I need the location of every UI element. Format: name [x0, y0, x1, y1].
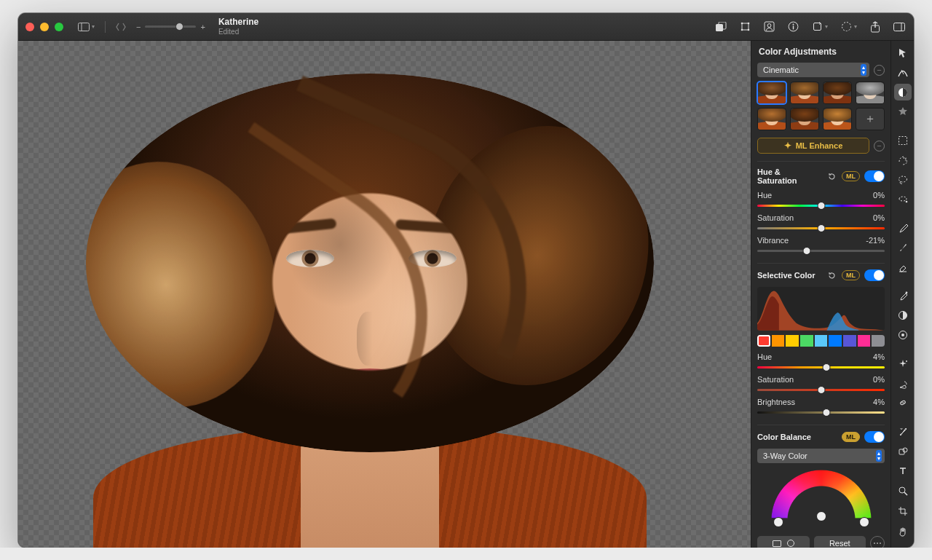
slider-vibrance[interactable] [757, 247, 885, 254]
svg-line-35 [904, 492, 907, 495]
fullscreen-window[interactable] [55, 23, 63, 31]
preset-thumb[interactable] [757, 82, 786, 104]
minimize-window[interactable] [40, 23, 49, 31]
swatch-cyan[interactable] [815, 335, 828, 347]
ml-enhance-button[interactable]: ✦ ML Enhance [757, 138, 869, 154]
document-subtitle: Edited [218, 28, 258, 36]
swatch-purple[interactable] [843, 335, 856, 347]
section-toggle[interactable] [864, 170, 885, 182]
section-toggle[interactable] [864, 269, 885, 281]
range-mid-icon [787, 540, 794, 547]
transform-refine-icon[interactable] [738, 20, 752, 33]
ml-badge[interactable]: ML [842, 432, 860, 442]
tool-shapes[interactable] [894, 443, 912, 460]
tool-blur[interactable] [894, 327, 912, 344]
tool-favorites[interactable] [894, 103, 912, 120]
tool-marquee[interactable] [894, 133, 912, 149]
revert-icon[interactable] [826, 269, 837, 281]
tool-text[interactable] [894, 462, 912, 479]
tool-magnetic[interactable] [894, 191, 912, 208]
section-selective-color: Selective Color ML [757, 263, 885, 425]
tool-clone[interactable] [894, 424, 912, 441]
param-hue: Hue0% [757, 191, 885, 209]
tool-brush[interactable] [894, 240, 912, 256]
more-options-button[interactable]: ⋯ [870, 536, 885, 548]
tool-fill[interactable] [894, 375, 912, 392]
tool-pen[interactable] [894, 220, 912, 237]
share-icon[interactable] [869, 20, 882, 34]
tool-sparkle[interactable] [894, 356, 912, 373]
portrait-icon[interactable] [762, 20, 776, 33]
preset-thumb[interactable] [790, 108, 819, 130]
zoom-slider[interactable] [145, 25, 196, 28]
wheel-handle-highlights[interactable] [859, 517, 869, 527]
swatch-red[interactable] [757, 335, 770, 347]
section-toggle[interactable] [864, 431, 885, 443]
ml-enhance-remove[interactable]: − [874, 141, 885, 151]
preset-thumb[interactable] [856, 82, 885, 104]
range-full-icon [773, 540, 781, 547]
tool-crop[interactable] [894, 502, 912, 520]
preset-thumb[interactable] [790, 82, 819, 104]
remove-preset-button[interactable]: − [874, 65, 885, 76]
slider-sel-sat[interactable] [757, 386, 885, 393]
swatch-blue[interactable] [829, 335, 842, 347]
slider-sel-hue[interactable] [757, 363, 885, 371]
layers-icon[interactable] [714, 20, 728, 33]
param-value: 4% [873, 398, 885, 406]
swatch-magenta[interactable] [858, 335, 871, 347]
tool-zoom[interactable] [894, 482, 912, 500]
tool-arrange[interactable] [894, 65, 912, 82]
add-preset-button[interactable]: ＋ [856, 108, 885, 130]
slider-hue[interactable] [757, 202, 885, 209]
info-icon[interactable] [786, 20, 800, 33]
ml-enhance-label: ML Enhance [796, 141, 843, 150]
slider-sel-bri[interactable] [757, 409, 885, 416]
tool-erase[interactable] [894, 259, 912, 275]
sparkle-icon: ✦ [784, 141, 791, 151]
navigator-button[interactable] [113, 21, 129, 33]
swatch-yellow[interactable] [786, 335, 799, 347]
rotate-icon[interactable]: ▾ [810, 20, 829, 33]
ml-menu-icon[interactable]: ▾ [840, 20, 858, 33]
chevron-down-icon: ▾ [92, 23, 95, 30]
color-balance-mode-select[interactable]: 3-Way Color ▴▾ [757, 449, 885, 463]
svg-rect-4 [742, 23, 749, 30]
svg-point-6 [748, 23, 750, 25]
tool-healing[interactable] [894, 395, 912, 411]
tool-color-picker[interactable] [894, 288, 912, 304]
close-window[interactable] [25, 23, 34, 31]
preset-thumb[interactable] [823, 108, 852, 130]
tool-arrow[interactable] [894, 45, 912, 62]
zoom-out-button[interactable]: − [136, 23, 141, 31]
svg-point-33 [903, 448, 907, 452]
zoom-in-button[interactable]: + [200, 23, 205, 31]
ml-badge[interactable]: ML [842, 270, 860, 280]
tool-gradient[interactable] [894, 307, 912, 324]
toggle-panels-icon[interactable] [892, 21, 907, 33]
param-saturation: Saturation0% [757, 213, 885, 232]
tone-range-segment[interactable] [757, 536, 810, 548]
color-wheel[interactable] [757, 469, 885, 530]
preset-thumb[interactable] [757, 108, 786, 130]
svg-rect-29 [899, 401, 905, 406]
tool-lasso[interactable] [894, 171, 912, 188]
revert-icon[interactable] [826, 170, 837, 182]
tool-adjust-colors[interactable] [894, 84, 912, 100]
preset-thumb[interactable] [823, 82, 852, 104]
swatch-gray[interactable] [872, 335, 885, 347]
swatch-green[interactable] [800, 335, 813, 347]
zoom-slider-group: − + [136, 23, 205, 31]
ml-badge[interactable]: ML [842, 171, 860, 181]
sidebar-toggle[interactable]: ▾ [75, 21, 98, 33]
tool-quick-select[interactable] [894, 152, 912, 169]
canvas[interactable] [18, 41, 751, 548]
wheel-handle-midtones[interactable] [816, 511, 826, 521]
reset-button[interactable]: Reset [814, 536, 866, 548]
swatch-orange[interactable] [772, 335, 785, 347]
tool-hand[interactable] [894, 523, 912, 540]
preset-select[interactable]: Cinematic ▴▾ [757, 63, 869, 77]
svg-point-22 [905, 201, 907, 203]
slider-saturation[interactable] [757, 224, 885, 232]
wheel-handle-shadows[interactable] [773, 517, 783, 527]
